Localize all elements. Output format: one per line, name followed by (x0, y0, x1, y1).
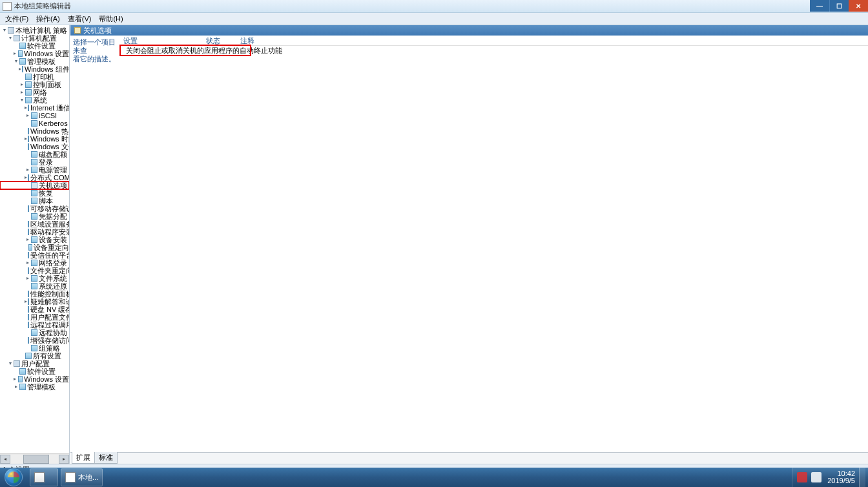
tree-remote-assist[interactable]: ▸远程协助 (0, 329, 69, 337)
col-note[interactable]: 注释 (238, 36, 270, 45)
scroll-left-button[interactable]: ◂ (0, 455, 10, 464)
col-state[interactable]: 状态 (203, 36, 238, 45)
menu-view[interactable]: 查看(V) (64, 13, 96, 25)
tree-device-redirect[interactable]: ▸设备重定向 (0, 244, 69, 251)
tree-disk-nv[interactable]: ▸硬盘 NV 缓存 (0, 306, 69, 313)
tree-u-admin-tpl[interactable]: ▸管理模板 (0, 383, 69, 391)
maximize-button[interactable]: ☐ (829, 0, 849, 12)
settings-list: 设置 状态 注释 关闭会阻止或取消关机的应用程序的自动终止功能 (121, 36, 868, 452)
tree-win-timesvc[interactable]: ▸Windows 时间服务 (0, 135, 69, 143)
tree-win-filepro[interactable]: ▸Windows 文件保护 (0, 143, 69, 150)
tree-user-cfg[interactable]: ▾用户配置 (0, 360, 69, 368)
tree-driver-install[interactable]: ▸驱动程序安装 (0, 228, 69, 236)
system-tray: 10:42 2019/9/5 (792, 468, 868, 487)
tree-win-hotstart[interactable]: ▸Windows 热启动 (0, 127, 69, 135)
clock-date: 2019/9/5 (827, 477, 855, 484)
tree-diskquota[interactable]: ▸磁盘配额 (0, 150, 69, 158)
tree-admin-tpl[interactable]: ▾管理模板 (0, 57, 69, 65)
setting-cell: 关闭会阻止或取消关机的应用程序的自动终止功能 (123, 46, 285, 55)
body-split: ▾本地计算机 策略 ▾计算机配置 ▸软件设置 ▸Windows 设置 ▾管理模板… (0, 25, 868, 464)
desc-line1: 选择一个项目来查 (73, 38, 119, 55)
close-button[interactable]: ✕ (849, 0, 868, 12)
tree-network[interactable]: ▸网络 (0, 88, 69, 96)
scroll-thumb[interactable] (23, 455, 49, 464)
right-pane: 关机选项 选择一个项目来查 看它的描述。 设置 状态 注释 关闭会阻止或取消关机… (70, 25, 868, 464)
taskbar-app-gpedit[interactable]: 本地... (61, 468, 103, 486)
tray-ime-icon[interactable] (797, 472, 807, 482)
tree-root[interactable]: ▾本地计算机 策略 (0, 26, 69, 34)
tray-flag-icon[interactable] (811, 472, 822, 482)
tree-windows-settings[interactable]: ▸Windows 设置 (0, 50, 69, 57)
desc-line2: 看它的描述。 (73, 55, 119, 63)
tree-perf-panel[interactable]: ▸性能控制面板 (0, 290, 69, 298)
tree-enhanced-store[interactable]: ▸增强存储访问 (0, 337, 69, 344)
description-column: 选择一个项目来查 看它的描述。 (70, 36, 121, 452)
tree-all-settings[interactable]: ▸所有设置 (0, 352, 69, 360)
tree-u-software[interactable]: ▸软件设置 (0, 368, 69, 375)
menu-action[interactable]: 操作(A) (32, 13, 64, 25)
tree-filesystem[interactable]: ▸文件系统 (0, 275, 69, 282)
tree-dcom[interactable]: ▸分布式 COM (0, 174, 69, 181)
task-label: 本地... (78, 473, 98, 482)
tree-credentials[interactable]: ▸凭据分配 (0, 212, 69, 220)
clock[interactable]: 10:42 2019/9/5 (823, 470, 859, 484)
tree-sysrestore[interactable]: ▸系统还原 (0, 282, 69, 290)
tree-hscrollbar[interactable]: ◂ ▸ (0, 453, 69, 464)
tree-iscsi[interactable]: ▸iSCSI (0, 112, 69, 119)
tree-folder-redir[interactable]: ▸文件夹重定向 (0, 267, 69, 275)
col-setting[interactable]: 设置 (121, 36, 203, 45)
start-button[interactable] (0, 468, 27, 487)
window-title: 本地组策略编辑器 (14, 1, 71, 11)
setting-row[interactable]: 关闭会阻止或取消关机的应用程序的自动终止功能 (121, 46, 868, 55)
scroll-right-button[interactable]: ▸ (59, 455, 69, 464)
tree-logon[interactable]: ▸登录 (0, 158, 69, 166)
right-header-title: 关机选项 (83, 26, 112, 36)
right-header: 关机选项 (70, 25, 868, 36)
tree-software[interactable]: ▸软件设置 (0, 42, 69, 50)
menu-file[interactable]: 文件(F) (1, 13, 32, 25)
tree-net-logon[interactable]: ▸网络登录 (0, 259, 69, 267)
titlebar: 本地组策略编辑器 — ☐ ✕ (0, 0, 868, 13)
tree-win-components[interactable]: ▸Windows 组件 (0, 65, 69, 73)
tree-rpc[interactable]: ▸远程过程调用 (0, 321, 69, 329)
tree-device-install[interactable]: ▸设备安装 (0, 236, 69, 244)
app-icon (3, 2, 12, 11)
tree-control-panel[interactable]: ▸控制面板 (0, 81, 69, 88)
taskbar: 本地... 10:42 2019/9/5 (0, 468, 868, 487)
tree-user-profile[interactable]: ▸用户配置文件 (0, 313, 69, 321)
window-buttons: — ☐ ✕ (810, 0, 868, 12)
tab-extended[interactable]: 扩展 (72, 452, 95, 464)
tree-internet-comm[interactable]: ▸Internet 通信管理 (0, 104, 69, 112)
tab-standard[interactable]: 标准 (94, 452, 118, 464)
minimize-button[interactable]: — (810, 0, 829, 12)
list-header: 设置 状态 注释 (121, 36, 868, 46)
tree-printers[interactable]: ▸打印机 (0, 73, 69, 81)
tree-locale[interactable]: ▸区域设置服务 (0, 220, 69, 228)
tab-strip: 扩展 标准 (70, 452, 868, 464)
start-orb-icon (5, 468, 23, 486)
gpedit-icon (65, 472, 76, 482)
tree-group-policy[interactable]: ▸组策略 (0, 344, 69, 352)
tree-scripts[interactable]: ▸脚本 (0, 197, 69, 205)
explorer-icon (34, 472, 45, 482)
tree-troubleshoot[interactable]: ▸疑难解答和诊断 (0, 298, 69, 306)
tree-removable[interactable]: ▸可移动存储访问 (0, 205, 69, 212)
show-desktop-button[interactable] (859, 468, 865, 487)
tree-u-windows[interactable]: ▸Windows 设置 (0, 375, 69, 383)
tree-shutdown-opts[interactable]: ▸关机选项 (0, 181, 69, 189)
menubar: 文件(F) 操作(A) 查看(V) 帮助(H) (0, 13, 868, 25)
tree-kerberos[interactable]: ▸Kerberos (0, 119, 69, 127)
folder-icon (74, 27, 81, 34)
menu-help[interactable]: 帮助(H) (95, 13, 127, 25)
tree-system[interactable]: ▾系统 (0, 96, 69, 104)
tree-recovery[interactable]: ▸恢复 (0, 189, 69, 197)
taskbar-app-explorer[interactable] (30, 468, 58, 486)
tree-pane: ▾本地计算机 策略 ▾计算机配置 ▸软件设置 ▸Windows 设置 ▾管理模板… (0, 25, 70, 464)
tree-power[interactable]: ▸电源管理 (0, 166, 69, 174)
tree-trusted-platform[interactable]: ▸受信任的平台模块 (0, 251, 69, 259)
tree-computer-cfg[interactable]: ▾计算机配置 (0, 34, 69, 42)
